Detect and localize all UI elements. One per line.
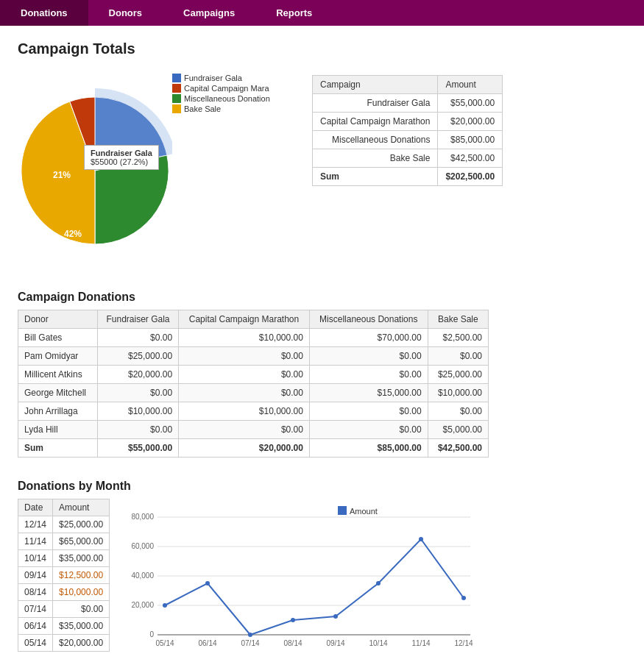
svg-rect-4 <box>338 506 347 515</box>
svg-text:09/14: 09/14 <box>327 639 345 647</box>
list-item: 08/14$10,000.00 <box>18 584 110 601</box>
svg-text:08/14: 08/14 <box>284 639 302 647</box>
table-row: Lyda Hill$0.00$0.00$0.00$5,000.00 <box>18 421 489 439</box>
list-item: 11/14$65,000.00 <box>18 533 110 550</box>
table-row: Bake Sale $42,500.00 <box>313 149 503 168</box>
svg-point-26 <box>248 633 252 637</box>
month-col-amount: Amount <box>53 499 110 516</box>
svg-text:07/14: 07/14 <box>241 639 260 647</box>
pie-legend: Fundraiser Gala Capital Campaign Mara Mi… <box>172 74 270 115</box>
table-row: Millicent Atkins$20,000.00$0.00$0.00$25,… <box>18 366 489 384</box>
col-donor: Donor <box>18 310 98 329</box>
list-item: 06/14$35,000.00 <box>18 618 110 635</box>
table-row: Pam Omidyar$25,000.00$0.00$0.00$0.00 <box>18 347 489 366</box>
table-row: Fundraiser Gala $55,000.00 <box>313 94 503 113</box>
col-fg: Fundraiser Gala <box>97 310 178 329</box>
summary-sum-row: Sum $202,500.00 <box>313 168 503 186</box>
svg-point-28 <box>333 614 338 619</box>
summary-col-campaign: Campaign <box>313 76 438 94</box>
col-md: Miscellaneous Donations <box>309 310 428 329</box>
svg-text:11/14: 11/14 <box>412 639 431 647</box>
month-col-date: Date <box>18 499 53 516</box>
svg-point-29 <box>376 581 381 586</box>
svg-text:9.0: 9.0 <box>148 244 159 253</box>
svg-point-24 <box>163 603 167 608</box>
list-item: 07/14$0.00 <box>18 601 110 618</box>
table-row: Capital Campaign Marathon $20,000.00 <box>313 113 503 131</box>
list-item: 09/14$12,500.00 <box>18 567 110 584</box>
table-row: Bill Gates$0.00$10,000.00$70,000.00$2,50… <box>18 329 489 347</box>
col-ccm: Capital Campaign Marathon <box>179 310 310 329</box>
list-item: 12/14$25,000.00 <box>18 516 110 533</box>
svg-text:05/14: 05/14 <box>156 639 174 647</box>
table-row: Miscellaneous Donations $85,000.00 <box>313 131 503 149</box>
svg-point-25 <box>205 581 210 586</box>
svg-text:0: 0 <box>150 630 155 638</box>
nav-campaigns[interactable]: Campaigns <box>163 0 255 26</box>
campaign-totals-title: Campaign Totals <box>18 40 626 57</box>
svg-text:10/14: 10/14 <box>369 639 388 647</box>
donations-sum-row: Sum$55,000.00$20,000.00$85,000.00$42,500… <box>18 439 489 458</box>
svg-point-27 <box>291 618 295 622</box>
svg-text:21%: 21% <box>53 170 71 180</box>
summary-col-amount: Amount <box>438 76 503 94</box>
campaign-donations-table: Donor Fundraiser Gala Capital Campaign M… <box>18 310 489 458</box>
table-row: John Arrillaga$10,000.00$10,000.00$0.00$… <box>18 402 489 421</box>
campaign-summary-table: Campaign Amount Fundraiser Gala $55,000.… <box>312 75 503 186</box>
col-bs: Bake Sale <box>428 310 488 329</box>
donations-by-month-title: Donations by Month <box>18 480 626 493</box>
pie-chart: 27.2 21% 42% 9.0 <box>18 68 172 266</box>
list-item: 10/14$35,000.00 <box>18 550 110 567</box>
svg-text:12/14: 12/14 <box>455 639 473 647</box>
svg-text:80,000: 80,000 <box>132 513 155 521</box>
svg-text:27.2: 27.2 <box>131 156 146 165</box>
svg-text:60,000: 60,000 <box>132 542 155 550</box>
svg-text:Amount: Amount <box>350 507 378 516</box>
svg-point-31 <box>461 596 466 600</box>
nav-donations[interactable]: Donations <box>0 0 88 26</box>
main-nav: Donations Donors Campaigns Reports <box>0 0 644 26</box>
nav-donors[interactable]: Donors <box>88 0 163 26</box>
line-chart: Amount 80,000 60,000 40,000 20,000 0 0 <box>124 499 478 662</box>
svg-text:20,000: 20,000 <box>132 601 155 609</box>
svg-text:06/14: 06/14 <box>199 639 217 647</box>
svg-text:42%: 42% <box>64 229 82 239</box>
table-row: George Mitchell$0.00$0.00$15,000.00$10,0… <box>18 384 489 402</box>
nav-reports[interactable]: Reports <box>255 0 333 26</box>
list-item: 05/14$20,000.00 <box>18 635 110 652</box>
month-table: Date Amount 12/14$25,000.0011/14$65,000.… <box>18 499 110 652</box>
svg-text:40,000: 40,000 <box>132 572 155 580</box>
svg-point-30 <box>419 537 423 541</box>
campaign-donations-title: Campaign Donations <box>18 291 626 304</box>
